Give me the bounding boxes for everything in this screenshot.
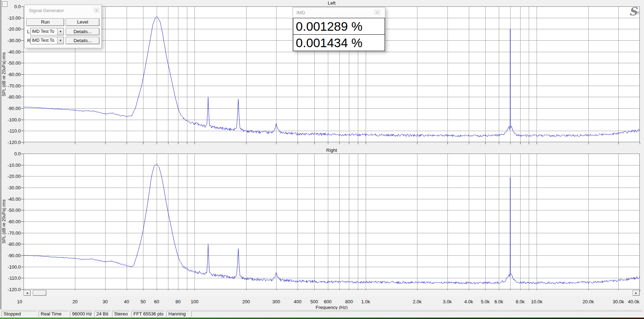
y-tick-label: -20.00: [0, 174, 21, 179]
close-icon[interactable]: x: [374, 10, 380, 15]
signal-generator-dialog: Signal Generator x Run Level L IMD Test …: [24, 5, 102, 48]
y-tick-label: -120.0: [0, 140, 21, 145]
left-signal-select[interactable]: IMD Test To ▼: [30, 28, 64, 35]
x-tick-label: 400: [294, 299, 301, 304]
scroll-left-arrow-icon[interactable]: ◄: [24, 290, 31, 296]
x-tick-label: 500: [310, 299, 318, 304]
signal-generator-title: Signal Generator: [29, 8, 64, 13]
y-tick-label: -30.00: [0, 185, 21, 190]
right-signal-select[interactable]: IMD Test To ▼: [30, 37, 64, 44]
right-signal-value: IMD Test To: [31, 37, 57, 44]
spectrum-plot-right[interactable]: [19, 154, 640, 292]
x-tick-label: 100: [191, 299, 199, 304]
chevron-down-icon[interactable]: ▼: [57, 28, 64, 35]
imd-panel-title: IMD: [296, 10, 305, 15]
y-tick-label: -90.00: [0, 253, 21, 258]
scroll-right-arrow-icon[interactable]: ►: [633, 290, 640, 296]
imd-values: 0.001289 % 0.001434 %: [293, 18, 385, 51]
scrollbar-thumb[interactable]: [33, 290, 46, 296]
status-segment-stereo: Stereo: [112, 311, 130, 317]
app-window: 0.0-10.00-20.00-30.00-40.00-50.00-60.00-…: [0, 0, 644, 319]
x-tick-label: 20: [72, 299, 77, 304]
x-tick-label: 5.0k: [481, 299, 490, 304]
y-tick-label: -10.00: [0, 15, 21, 21]
x-tick-label: 10: [17, 299, 22, 304]
window-left-border: [0, 0, 1, 319]
left-signal-value: IMD Test To: [31, 28, 57, 35]
imd-panel: IMD x 0.001289 % 0.001434 %: [293, 7, 385, 51]
y-tick-label: -110.0: [0, 128, 21, 134]
right-channel-label: R: [27, 38, 30, 43]
x-tick-label: 6.0k: [495, 299, 503, 304]
desktop-strip: [0, 318, 644, 319]
y-tick-label: -100.0: [0, 264, 21, 270]
y-tick-label: -10.00: [0, 163, 21, 168]
status-segment-real-time: Real Time: [39, 311, 69, 317]
run-button[interactable]: Run: [26, 18, 64, 26]
right-plot-title: Right: [24, 148, 640, 153]
status-segment-stopped: Stopped: [1, 311, 37, 317]
app-logo: S+: [629, 5, 640, 18]
y-tick-label: -20.00: [0, 26, 21, 32]
logo-plus: +: [636, 9, 640, 17]
x-tick-label: 300: [272, 299, 280, 304]
x-tick-label: 40.0k: [628, 299, 639, 304]
x-tick-label: 10.0k: [531, 299, 542, 304]
x-tick-label: 50: [141, 299, 146, 304]
imd-value-right: 0.001434 %: [293, 34, 385, 51]
x-tick-label: 800: [345, 299, 353, 304]
x-tick-label: 30: [103, 299, 108, 304]
x-tick-label: 200: [242, 299, 250, 304]
status-segment-24-bit: 24 Bit: [94, 311, 111, 317]
y-tick-label: 0.0: [0, 151, 21, 156]
x-tick-label: 8.0k: [516, 299, 525, 304]
chevron-down-icon[interactable]: ▼: [57, 37, 64, 44]
left-plot-title: Left: [24, 0, 640, 6]
y-tick-label: -90.00: [0, 106, 21, 111]
close-icon[interactable]: x: [93, 8, 100, 13]
y-tick-label: -30.00: [0, 38, 21, 43]
status-bar: StoppedReal Time96000 Hz24 BitStereoFFT …: [0, 309, 644, 318]
status-segment-empty: [191, 311, 643, 317]
x-tick-label: 60: [154, 299, 159, 304]
y-tick-label: -100.0: [0, 117, 21, 123]
details-right-button[interactable]: Details...: [66, 37, 100, 44]
horizontal-scrollbar[interactable]: ◄ ►: [24, 290, 640, 296]
status-segment-96000-hz: 96000 Hz: [70, 311, 93, 317]
x-tick-label: 20.0k: [583, 299, 594, 304]
x-tick-label: 80: [176, 299, 181, 304]
y-axis-label-left: SPL (dB re 20uPa) rms: [1, 52, 6, 96]
x-tick-label: 2.0k: [413, 299, 422, 304]
y-tick-label: -110.0: [0, 275, 21, 281]
x-tick-label: 30.0k: [613, 299, 624, 304]
left-channel-label: L: [27, 29, 30, 34]
x-tick-label: 600: [324, 299, 332, 304]
x-tick-label: 4.0k: [464, 299, 473, 304]
details-left-button[interactable]: Details...: [66, 28, 100, 35]
level-button[interactable]: Level: [66, 18, 100, 26]
imd-value-left: 0.001289 %: [293, 18, 385, 34]
x-tick-label: 40: [124, 299, 129, 304]
x-tick-label: 3.0k: [443, 299, 452, 304]
x-tick-label: 1.0k: [361, 299, 370, 304]
collapse-box[interactable]: -: [2, 1, 7, 7]
status-segment-hanning: Hanning: [166, 311, 190, 317]
y-tick-label: -120.0: [0, 287, 21, 292]
status-segment-fft-65536-pts: FFT 65536 pts: [131, 311, 165, 317]
y-axis-label-right: SPL (dB re 20uPa) rms: [1, 199, 6, 244]
